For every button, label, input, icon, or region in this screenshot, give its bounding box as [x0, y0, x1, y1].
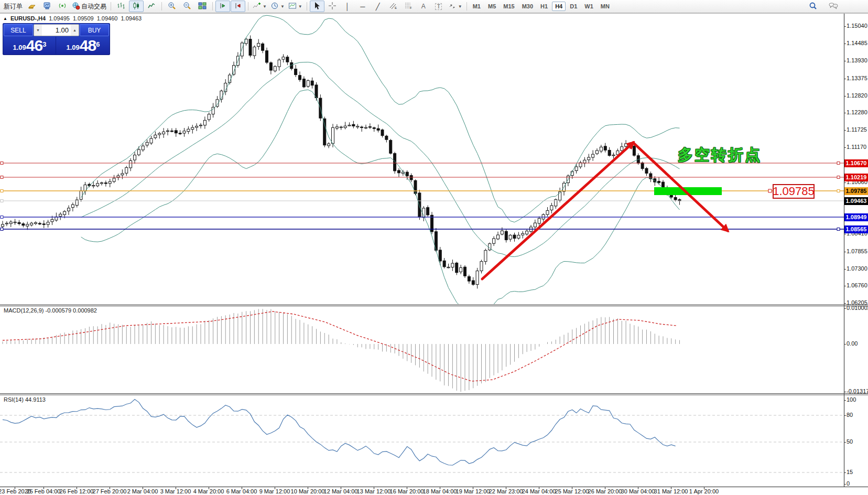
- toolbar: 新订单 自动交易: [0, 0, 868, 13]
- chat-icon: [829, 2, 838, 11]
- turning-point-annotation[interactable]: 多空转折点: [678, 145, 762, 166]
- macd-axis-tick: [844, 308, 846, 309]
- periods-button[interactable]: ▼: [269, 1, 286, 12]
- timeframe-button-h4[interactable]: H4: [552, 2, 566, 11]
- market-watch-button[interactable]: [40, 1, 55, 12]
- price-axis-label: 1.11170: [847, 144, 866, 150]
- crosshair-button[interactable]: [325, 1, 340, 12]
- vertical-line-button[interactable]: │: [340, 1, 355, 12]
- one-click-trading-panel: SELL ▼ 1.00 ▲ BUY 1.09463 1.09486: [3, 23, 110, 55]
- chevron-down-icon: ▼: [458, 4, 462, 9]
- buy-button-label: BUY: [88, 27, 101, 34]
- new-order-button[interactable]: 新订单: [2, 1, 24, 12]
- buy-price-display[interactable]: 1.09486: [57, 37, 109, 54]
- fibonacci-button[interactable]: F: [401, 1, 416, 12]
- rsi-axis-tick: [844, 442, 846, 443]
- zoom-out-icon: [183, 2, 191, 11]
- timeframe-button-w1[interactable]: W1: [581, 2, 596, 11]
- price-axis-tick: [844, 303, 846, 304]
- price-tag: 1.10219: [844, 174, 868, 181]
- time-axis-label: 22 Mar 23:00: [489, 488, 523, 494]
- channel-button[interactable]: E: [386, 1, 400, 12]
- price-tag: 1.09463: [844, 197, 868, 205]
- macd-axis-tick: [844, 392, 846, 392]
- time-axis-label: 26 Mar 20:00: [588, 488, 622, 494]
- time-axis-label: 27 Feb 20:00: [93, 488, 127, 494]
- price-axis-tick: [844, 113, 846, 113]
- arrows-button[interactable]: ▼: [447, 1, 464, 12]
- cursor-button[interactable]: [310, 1, 324, 12]
- line-chart-button[interactable]: [144, 1, 159, 12]
- time-axis-label: 4 Mar 20:00: [193, 488, 224, 494]
- svg-text:E: E: [395, 6, 397, 9]
- timeframe-button-mn[interactable]: MN: [598, 2, 613, 11]
- time-axis-label: 24 Mar 04:00: [522, 488, 556, 494]
- new-chart-button[interactable]: [25, 1, 39, 12]
- horizontal-line-button[interactable]: ─: [355, 1, 370, 12]
- price-axis-label: 1.07855: [847, 248, 867, 254]
- rsi-axis-tick: [844, 400, 846, 401]
- time-axis-label: 18 Mar 04:00: [423, 488, 457, 494]
- templates-button[interactable]: ▼: [287, 1, 304, 12]
- volume-increment-button[interactable]: ▲: [71, 25, 79, 36]
- timeframe-button-m1[interactable]: M1: [470, 2, 484, 11]
- time-axis-label: 13 Mar 12:00: [357, 488, 391, 494]
- text-button[interactable]: A: [416, 1, 431, 12]
- zoom-in-button[interactable]: [165, 1, 179, 12]
- timeframe-button-h1[interactable]: H1: [537, 2, 551, 11]
- chevron-down-icon: ▼: [263, 4, 267, 9]
- timeframe-button-m30[interactable]: M30: [519, 2, 536, 11]
- timeframe-button-m15[interactable]: M15: [500, 2, 517, 11]
- search-icon: [809, 2, 817, 11]
- price-annotation-box[interactable]: 1.09785: [773, 184, 815, 199]
- candlestick-chart-icon: [132, 2, 140, 11]
- price-axis-tick: [844, 147, 846, 148]
- autotrading-icon: [72, 2, 80, 11]
- toolbar-separator: [466, 2, 467, 10]
- chart-shift-icon: [234, 2, 242, 11]
- chart-shift-button[interactable]: [231, 1, 245, 12]
- price-axis-tick: [844, 234, 846, 234]
- price-axis-tick: [844, 286, 846, 286]
- price-axis-tick: [844, 96, 846, 96]
- sell-price-big: 46: [26, 38, 42, 53]
- macd-values: -0.000579 0.000982: [45, 307, 96, 314]
- volume-decrement-button[interactable]: ▼: [34, 25, 42, 36]
- price-tag: 1.09785: [844, 187, 868, 195]
- text-label-button[interactable]: T: [431, 1, 446, 12]
- line-chart-icon: [147, 2, 156, 11]
- time-axis-label: 10 Mar 20:00: [291, 488, 325, 494]
- tile-windows-button[interactable]: [195, 1, 210, 12]
- price-axis-tick: [844, 269, 846, 270]
- candlestick-chart-button[interactable]: [129, 1, 144, 12]
- rsi-axis-label: 50: [847, 438, 853, 445]
- price-axis-tick: [844, 44, 846, 44]
- sell-button[interactable]: SELL: [4, 24, 33, 36]
- timeframe-button-d1[interactable]: D1: [567, 2, 580, 11]
- time-axis-label: 16 Mar 20:00: [390, 488, 424, 494]
- bar-chart-button[interactable]: [114, 1, 128, 12]
- autotrading-button[interactable]: 自动交易: [70, 1, 108, 12]
- trendline-button[interactable]: ╱: [371, 1, 385, 12]
- zoom-out-button[interactable]: [180, 1, 194, 12]
- volume-input[interactable]: 1.00: [42, 25, 71, 36]
- chat-button[interactable]: [826, 1, 841, 12]
- timeframe-strip: M1M5M15M30H1H4D1W1MN: [470, 2, 613, 11]
- price-tag: 1.08565: [844, 225, 868, 233]
- sell-price-display[interactable]: 1.09463: [4, 37, 56, 54]
- rsi-value: 44.9113: [25, 396, 46, 403]
- search-button[interactable]: [806, 1, 820, 12]
- chart-canvas[interactable]: [0, 13, 868, 495]
- time-axis-label: 3 Mar 12:00: [160, 488, 191, 494]
- sell-price-prefix: 1.09: [13, 42, 26, 53]
- timeframe-button-m5[interactable]: M5: [485, 2, 499, 11]
- sell-button-label: SELL: [10, 27, 26, 34]
- signals-button[interactable]: [55, 1, 70, 12]
- ohlc-close: 1.09463: [121, 15, 142, 21]
- auto-scroll-button[interactable]: [215, 1, 230, 12]
- buy-button[interactable]: BUY: [80, 24, 109, 36]
- buy-price-prefix: 1.09: [67, 42, 80, 53]
- indicators-button[interactable]: ▼: [251, 1, 268, 12]
- price-axis-label: 1.13930: [847, 57, 867, 63]
- macd-label: MACD(12,26,9) -0.000579 0.000982: [4, 307, 97, 314]
